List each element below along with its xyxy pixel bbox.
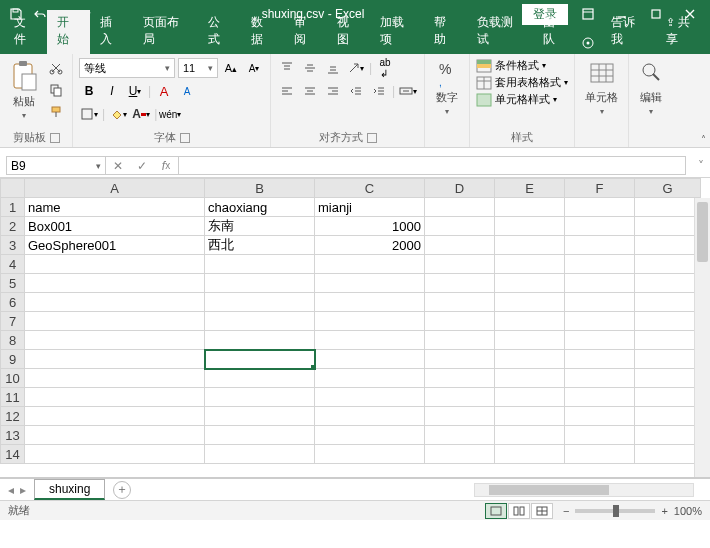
font-name-combo[interactable]: 等线▾ xyxy=(79,58,175,78)
cells-button[interactable]: 单元格 ▾ xyxy=(581,58,622,118)
sheet-nav-prev-icon[interactable]: ◂ xyxy=(6,483,16,497)
cell[interactable] xyxy=(565,293,635,312)
paste-button[interactable]: 粘贴 ▾ xyxy=(6,58,42,122)
cell[interactable] xyxy=(315,369,425,388)
cell[interactable] xyxy=(315,255,425,274)
cell[interactable] xyxy=(565,369,635,388)
column-header[interactable]: F xyxy=(565,179,635,198)
cell[interactable] xyxy=(425,350,495,369)
tab-review[interactable]: 审阅 xyxy=(284,10,327,54)
cell[interactable] xyxy=(565,350,635,369)
cell[interactable] xyxy=(565,312,635,331)
cell[interactable] xyxy=(495,331,565,350)
cell[interactable] xyxy=(635,198,701,217)
cell[interactable] xyxy=(425,445,495,464)
tab-formulas[interactable]: 公式 xyxy=(198,10,241,54)
cell[interactable] xyxy=(635,331,701,350)
cell[interactable] xyxy=(565,255,635,274)
expand-formula-bar-icon[interactable]: ˅ xyxy=(692,154,710,177)
shrink-font-icon[interactable]: A▾ xyxy=(244,58,264,78)
tab-help[interactable]: 帮助 xyxy=(424,10,467,54)
border-icon[interactable]: ▾ xyxy=(79,104,99,124)
align-right-icon[interactable] xyxy=(323,81,343,101)
cell[interactable] xyxy=(495,426,565,445)
align-center-icon[interactable] xyxy=(300,81,320,101)
tab-data[interactable]: 数据 xyxy=(241,10,284,54)
cell[interactable] xyxy=(635,255,701,274)
cell[interactable] xyxy=(25,388,205,407)
new-sheet-icon[interactable]: ＋ xyxy=(113,481,131,499)
column-header[interactable]: B xyxy=(205,179,315,198)
cell[interactable] xyxy=(315,293,425,312)
horizontal-scrollbar[interactable] xyxy=(474,483,694,497)
cell[interactable] xyxy=(205,312,315,331)
cell[interactable] xyxy=(205,274,315,293)
font-shrink-a-icon[interactable]: A xyxy=(177,81,197,101)
font-color-icon[interactable]: A▾ xyxy=(131,104,151,124)
cell[interactable]: 2000 xyxy=(315,236,425,255)
cell[interactable] xyxy=(565,217,635,236)
row-header[interactable]: 9 xyxy=(1,350,25,369)
formula-input[interactable] xyxy=(179,156,686,175)
cancel-formula-icon[interactable]: ✕ xyxy=(106,156,130,176)
cell[interactable] xyxy=(495,312,565,331)
cell[interactable] xyxy=(25,445,205,464)
row-header[interactable]: 1 xyxy=(1,198,25,217)
tab-loadtest[interactable]: 负载测试 xyxy=(467,10,533,54)
cell[interactable] xyxy=(495,388,565,407)
cell[interactable] xyxy=(25,255,205,274)
row-header[interactable]: 13 xyxy=(1,426,25,445)
cell[interactable]: mianji xyxy=(315,198,425,217)
tellme-icon[interactable] xyxy=(575,32,601,54)
cell[interactable] xyxy=(635,407,701,426)
cell[interactable] xyxy=(495,274,565,293)
cell[interactable] xyxy=(425,369,495,388)
cell[interactable] xyxy=(425,426,495,445)
sheet-tab-active[interactable]: shuxing xyxy=(34,479,105,500)
align-bottom-icon[interactable] xyxy=(323,58,343,78)
cell[interactable] xyxy=(425,236,495,255)
align-middle-icon[interactable] xyxy=(300,58,320,78)
tab-addins[interactable]: 加载项 xyxy=(370,10,424,54)
cell[interactable] xyxy=(205,369,315,388)
cell[interactable] xyxy=(315,445,425,464)
cell[interactable] xyxy=(425,255,495,274)
cell[interactable]: name xyxy=(25,198,205,217)
cell[interactable] xyxy=(495,369,565,388)
sheet-nav-next-icon[interactable]: ▸ xyxy=(18,483,28,497)
copy-icon[interactable] xyxy=(46,80,66,100)
column-header[interactable]: D xyxy=(425,179,495,198)
cell-styles-button[interactable]: 单元格样式▾ xyxy=(476,92,557,107)
column-header[interactable]: A xyxy=(25,179,205,198)
cell[interactable] xyxy=(495,445,565,464)
cell[interactable] xyxy=(425,331,495,350)
cell[interactable] xyxy=(565,331,635,350)
page-break-view-icon[interactable] xyxy=(531,503,553,519)
collapse-ribbon-icon[interactable]: ˄ xyxy=(701,134,706,145)
zoom-in-icon[interactable]: + xyxy=(661,505,667,517)
cell[interactable] xyxy=(635,426,701,445)
cell[interactable] xyxy=(495,407,565,426)
cell[interactable] xyxy=(495,217,565,236)
cell[interactable] xyxy=(205,331,315,350)
cell[interactable] xyxy=(205,350,315,369)
cell[interactable] xyxy=(635,388,701,407)
cell[interactable] xyxy=(25,426,205,445)
bold-icon[interactable]: B xyxy=(79,81,99,101)
fill-color-icon[interactable]: ▾ xyxy=(108,104,128,124)
cut-icon[interactable] xyxy=(46,58,66,78)
tab-tellme[interactable]: 告诉我 xyxy=(601,10,655,54)
cell[interactable] xyxy=(635,274,701,293)
cell[interactable] xyxy=(635,312,701,331)
cell[interactable] xyxy=(635,236,701,255)
cell[interactable] xyxy=(495,236,565,255)
format-painter-icon[interactable] xyxy=(46,102,66,122)
tab-home[interactable]: 开始 xyxy=(47,10,90,54)
cell[interactable]: GeoSphere001 xyxy=(25,236,205,255)
cell[interactable] xyxy=(205,255,315,274)
font-launcher[interactable] xyxy=(180,133,190,143)
cell[interactable] xyxy=(495,350,565,369)
row-header[interactable]: 10 xyxy=(1,369,25,388)
zoom-out-icon[interactable]: − xyxy=(563,505,569,517)
italic-icon[interactable]: I xyxy=(102,81,122,101)
